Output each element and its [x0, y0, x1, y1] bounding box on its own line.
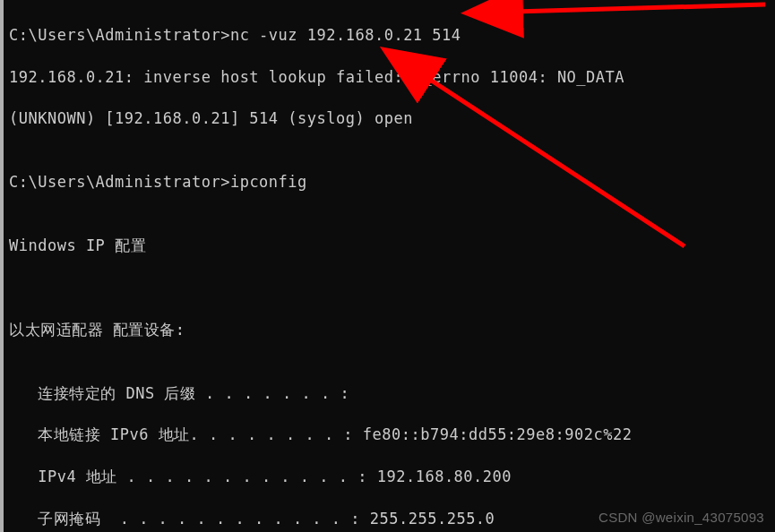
adapter-row: 连接特定的 DNS 后缀 . . . . . . . :	[9, 383, 773, 404]
row-label: 本地链接 IPv6 地址. . . . . . . . :	[9, 425, 363, 443]
row-label: 连接特定的 DNS 后缀 . . . . . . . :	[9, 384, 349, 402]
cmd-line-2: C:\Users\Administrator>ipconfig	[9, 172, 773, 193]
row-value: 192.168.80.200	[377, 468, 512, 485]
cmd-line-1: C:\Users\Administrator>nc -vuz 192.168.0…	[9, 25, 773, 46]
row-value: 255.255.255.0	[370, 510, 495, 528]
terminal-output: C:\Users\Administrator>nc -vuz 192.168.0…	[7, 0, 775, 532]
row-label: IPv4 地址 . . . . . . . . . . . . :	[9, 468, 377, 485]
prompt-path: C:\Users\Administrator>	[9, 26, 230, 44]
nc-output-2: (UNKNOWN) [192.168.0.21] 514 (syslog) op…	[9, 108, 773, 129]
adapter-row: 本地链接 IPv6 地址. . . . . . . . : fe80::b794…	[9, 425, 773, 445]
adapter-row: IPv4 地址 . . . . . . . . . . . . : 192.16…	[9, 467, 773, 487]
command-text: nc -vuz 192.168.0.21 514	[230, 26, 461, 44]
ipconfig-heading: Windows IP 配置	[9, 236, 773, 256]
watermark-text: CSDN @weixin_43075093	[598, 508, 764, 527]
row-value: fe80::b794:dd55:29e8:902c%22	[363, 425, 633, 443]
prompt-path: C:\Users\Administrator>	[9, 173, 230, 191]
row-label: 子网掩码 . . . . . . . . . . . . :	[9, 510, 370, 528]
adapter-title: 以太网适配器 配置设备:	[9, 320, 773, 340]
nc-output-1: 192.168.0.21: inverse host lookup failed…	[9, 67, 773, 88]
command-text: ipconfig	[230, 173, 307, 191]
